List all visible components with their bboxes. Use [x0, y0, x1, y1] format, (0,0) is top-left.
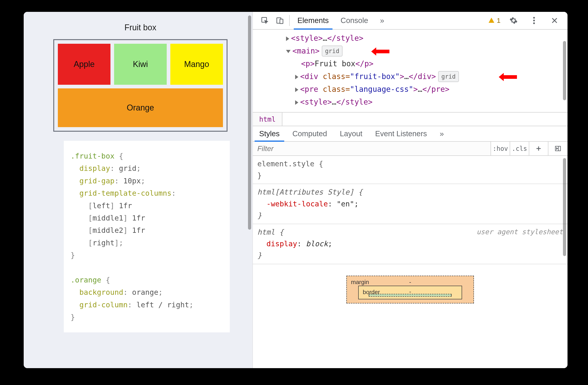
box-model-border-label: border	[363, 287, 380, 297]
rule-element-style[interactable]: element.style { }	[253, 156, 567, 184]
element-node-main[interactable]: <main>grid	[262, 45, 567, 57]
subtab-layout[interactable]: Layout	[333, 126, 369, 141]
page-title: Fruit box	[53, 23, 228, 32]
toggle-sidebar-icon[interactable]	[548, 142, 567, 155]
element-node-pre[interactable]: <pre class="language-css">…</pre>	[262, 83, 567, 96]
subtab-computed[interactable]: Computed	[286, 126, 333, 141]
svg-point-5	[533, 22, 535, 24]
rule-html-ua[interactable]: user agent stylesheet html { display: bl…	[253, 224, 567, 264]
element-node-p[interactable]: <p>Fruit box</p>	[262, 57, 567, 70]
new-rule-button[interactable]	[529, 142, 548, 155]
elements-tree[interactable]: <style>…</style> <main>grid <p>Fruit box…	[253, 30, 567, 112]
subtab-event-listeners[interactable]: Event Listeners	[369, 126, 433, 141]
kebab-menu-icon[interactable]	[526, 16, 542, 25]
rule-source-label: user agent stylesheet	[477, 226, 563, 237]
content-scrollbar[interactable]	[248, 16, 251, 364]
tab-more[interactable]: »	[374, 12, 390, 29]
fruit-box-container: Apple Kiwi Mango Orange	[53, 39, 228, 132]
device-toolbar-icon[interactable]	[272, 12, 287, 29]
css-code-block: .fruit-box { display: grid; grid-gap: 10…	[64, 141, 230, 332]
warning-badge[interactable]: 1	[488, 17, 501, 24]
fruit-box-grid: Apple Kiwi Mango Orange	[58, 44, 223, 127]
svg-point-3	[533, 17, 535, 19]
styles-scrollbar[interactable]	[563, 158, 566, 327]
tab-console[interactable]: Console	[335, 12, 374, 29]
fruit-mango: Mango	[170, 44, 223, 85]
styles-filter-input[interactable]	[253, 142, 491, 155]
settings-icon[interactable]	[506, 16, 521, 25]
devtools-window: Fruit box Apple Kiwi Mango Orange .fruit…	[24, 12, 567, 368]
fruit-apple: Apple	[58, 44, 110, 85]
element-node-div[interactable]: <div class="fruit-box">…</div>grid	[262, 70, 567, 83]
inspect-element-icon[interactable]	[257, 12, 272, 29]
subtab-more[interactable]: »	[433, 126, 450, 141]
rule-html-attributes[interactable]: html[Attributes Style] { -webkit-locale:…	[253, 184, 567, 224]
hov-button[interactable]: :hov	[491, 142, 510, 155]
fruit-kiwi: Kiwi	[114, 44, 167, 85]
devtools-toolbar: Elements Console » 1	[253, 12, 567, 30]
grid-badge[interactable]: grid	[322, 45, 342, 57]
subtab-styles[interactable]: Styles	[253, 126, 286, 141]
close-icon[interactable]	[547, 17, 562, 24]
page-content-pane: Fruit box Apple Kiwi Mango Orange .fruit…	[24, 12, 252, 368]
svg-rect-2	[280, 19, 283, 24]
tab-elements[interactable]: Elements	[292, 12, 335, 29]
styles-filter-row: :hov .cls	[253, 142, 567, 156]
styles-subtabs: Styles Computed Layout Event Listeners »	[253, 126, 567, 142]
elements-scrollbar[interactable]	[563, 32, 566, 109]
cls-button[interactable]: .cls	[510, 142, 529, 155]
grid-badge[interactable]: grid	[438, 71, 459, 82]
devtools-panel: Elements Console » 1	[252, 12, 567, 368]
styles-body[interactable]: element.style { } html[Attributes Style]…	[253, 156, 567, 368]
box-model-diagram[interactable]: margin - border -	[346, 276, 474, 303]
warning-count: 1	[497, 17, 501, 24]
element-node-style-2[interactable]: <style>…</style>	[262, 96, 567, 108]
fruit-orange: Orange	[58, 88, 223, 127]
elements-breadcrumb: html	[253, 112, 567, 126]
svg-point-4	[533, 20, 535, 21]
breadcrumb-item-html[interactable]: html	[253, 112, 282, 126]
devtools-tabs: Elements Console »	[292, 12, 390, 29]
box-model-border-top-value: -	[409, 287, 411, 297]
element-node-style[interactable]: <style>…</style>	[262, 32, 567, 45]
